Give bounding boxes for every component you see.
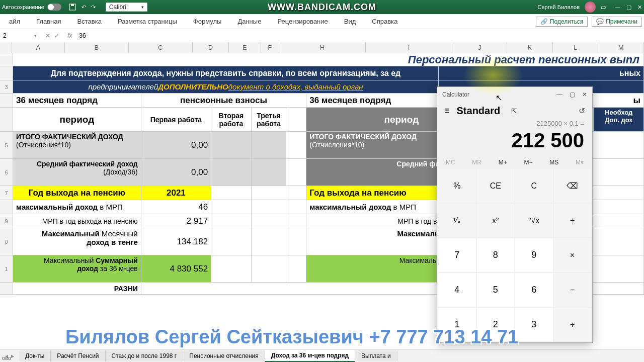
sheet-tab-1[interactable]: Расчёт Пенсий	[51, 350, 105, 361]
calc-7[interactable]: 7	[438, 238, 476, 272]
calc-mc[interactable]: MC	[446, 159, 455, 166]
cell-pension[interactable]: пенсионные взносы	[141, 94, 306, 107]
cell-banner1-end[interactable]: ьных	[439, 66, 644, 80]
cell-empty[interactable]	[286, 186, 306, 200]
cell-val-000[interactable]: 0,00	[141, 132, 211, 158]
calc-ce[interactable]: CE	[477, 169, 515, 203]
maximize-icon[interactable]: ▢	[626, 4, 631, 11]
calc-backspace[interactable]: ⌫	[554, 169, 592, 203]
cell-empty[interactable]	[252, 186, 287, 200]
calc-5[interactable]: 5	[477, 273, 515, 307]
cell-empty[interactable]	[211, 132, 252, 158]
calc-titlebar[interactable]: Calculator — ▢ ✕	[437, 87, 592, 102]
cell-empty[interactable]	[286, 214, 306, 228]
cell-period[interactable]: период	[13, 108, 141, 131]
name-box[interactable]: 2	[0, 32, 40, 39]
cell-work3[interactable]: Третья работа	[252, 108, 287, 131]
calc-ms[interactable]: MS	[549, 159, 558, 166]
cell-god[interactable]: Год выхода на пенсию	[13, 186, 141, 200]
ribbon-options-icon[interactable]: ▭	[601, 4, 606, 11]
col-header-d[interactable]: D	[193, 42, 229, 53]
cell-empty[interactable]	[211, 159, 252, 186]
tab-view[interactable]: Вид	[337, 15, 363, 28]
cell-need[interactable]: Необход Доп. дох	[594, 108, 644, 131]
cancel-formula-icon[interactable]: ✕	[45, 32, 50, 39]
calc-3[interactable]: 3	[515, 308, 553, 341]
row-header[interactable]	[0, 66, 13, 80]
cell-empty[interactable]	[211, 228, 252, 255]
close-icon[interactable]: ✕	[637, 4, 642, 11]
tab-insert[interactable]: Вставка	[70, 15, 109, 28]
cell-banner1[interactable]: Для подтверждения дохода, нужны представ…	[13, 66, 439, 80]
redo-icon[interactable]: ↷	[91, 4, 96, 11]
cell-razn[interactable]: РАЗНИ	[13, 283, 141, 294]
tab-formulas[interactable]: Формулы	[186, 15, 229, 28]
row-header[interactable]	[0, 108, 13, 131]
calc-mr[interactable]: MR	[472, 159, 481, 166]
calc-c[interactable]: C	[515, 169, 553, 203]
cell-empty[interactable]	[252, 159, 287, 186]
row-header[interactable]	[0, 53, 13, 66]
cell-work2[interactable]: Вторая работа	[211, 108, 252, 131]
cell-empty[interactable]	[252, 228, 287, 255]
sheet-tab-0[interactable]: Док-ты	[19, 350, 51, 361]
share-button[interactable]: 🔗 Поделиться	[536, 17, 588, 27]
cell-empty[interactable]	[211, 214, 252, 228]
row-header[interactable]: 1	[0, 255, 13, 282]
cell-maxmon[interactable]: Максимальный Месячный доход в тенге	[13, 228, 141, 255]
calc-sqrt[interactable]: ²√x	[515, 204, 553, 237]
col-header-h[interactable]: H	[279, 42, 366, 53]
cell-banner2[interactable]: предпринимателей ДОПОЛНИТЕЛЬНО документ …	[13, 80, 439, 93]
minimize-icon[interactable]: —	[615, 4, 620, 11]
col-header-i[interactable]: I	[366, 42, 452, 53]
row-header[interactable]	[0, 94, 13, 107]
font-selector[interactable]: Calibri	[106, 3, 147, 12]
save-icon[interactable]	[68, 3, 76, 11]
col-header-j[interactable]: J	[452, 42, 507, 53]
calc-maximize-icon[interactable]: ▢	[570, 91, 575, 98]
cell-2917[interactable]: 2 917	[141, 214, 211, 228]
row-header[interactable]: 7	[0, 186, 13, 200]
row-header[interactable]: 0	[0, 228, 13, 255]
autosave-toggle[interactable]: Автосохранение	[2, 4, 61, 11]
tab-help[interactable]: Справка	[365, 15, 405, 28]
calc-8[interactable]: 8	[477, 238, 515, 272]
cell-empty[interactable]	[211, 255, 252, 282]
calc-2[interactable]: 2	[477, 308, 515, 341]
col-header-l[interactable]: L	[553, 42, 599, 53]
comments-button[interactable]: 💬 Примечани	[592, 17, 642, 27]
calc-history-icon[interactable]: ↺	[579, 106, 585, 116]
sheet-tab-2[interactable]: Стаж до и после 1998 г	[106, 350, 184, 361]
cell-134[interactable]: 134 182	[141, 228, 211, 255]
row-header[interactable]	[0, 283, 13, 294]
accept-formula-icon[interactable]: ✓	[54, 32, 59, 39]
calc-9[interactable]: 9	[515, 238, 553, 272]
formula-input[interactable]: 36	[75, 32, 644, 39]
cell-4830[interactable]: 4 830 552	[141, 255, 211, 282]
row-header[interactable]: 9	[0, 214, 13, 228]
cell-mrpyear[interactable]: МРП в год выхода на пенсию	[13, 214, 141, 228]
cell-empty[interactable]	[286, 132, 306, 158]
cell-sred[interactable]: Средний фактический доход (Доход/36)	[13, 159, 141, 186]
sheet-tab-4[interactable]: Доход за 36 м-цев подряд	[265, 350, 355, 362]
col-header-a[interactable]: A	[12, 42, 65, 53]
calc-multiply[interactable]: ×	[554, 238, 592, 272]
row-header[interactable]	[0, 200, 13, 214]
cell-46[interactable]: 46	[141, 200, 211, 214]
fx-icon[interactable]: fx	[64, 32, 75, 39]
cell-maxmrp[interactable]: максимальный доход в МРП	[13, 200, 141, 214]
row-header[interactable]: 3	[0, 80, 13, 93]
cell-val-000b[interactable]: 0,00	[141, 159, 211, 186]
undo-icon[interactable]: ↶	[82, 4, 86, 11]
cell-empty[interactable]	[286, 228, 306, 255]
sheet-tab-3[interactable]: Пенсионные отчисления	[183, 350, 265, 361]
tab-page-layout[interactable]: Разметка страницы	[111, 15, 184, 28]
row-header[interactable]: 5	[0, 132, 13, 158]
tab-file[interactable]: айл	[2, 15, 27, 28]
cell-empty[interactable]	[286, 108, 306, 131]
col-header-k[interactable]: K	[507, 42, 553, 53]
col-header-b[interactable]: B	[65, 42, 129, 53]
calc-4[interactable]: 4	[438, 273, 476, 307]
tab-data[interactable]: Данные	[230, 15, 268, 28]
calc-divide[interactable]: ÷	[554, 204, 592, 237]
